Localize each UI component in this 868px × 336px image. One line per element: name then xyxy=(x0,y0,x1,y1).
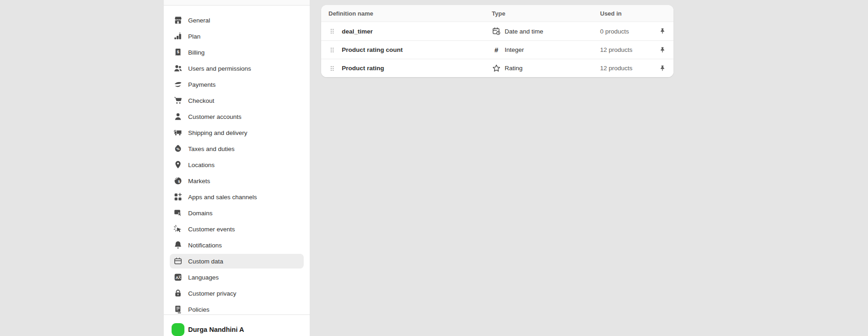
globe-dollar-icon: $ xyxy=(173,176,183,185)
svg-text:A: A xyxy=(176,275,179,280)
sidebar-item-custom-data[interactable]: Custom data xyxy=(170,254,304,269)
used-in-cell: 12 products xyxy=(600,46,666,54)
apps-grid-icon xyxy=(173,192,183,202)
sidebar-item-policies[interactable]: Policies xyxy=(170,302,304,314)
sidebar-item-label: Domains xyxy=(188,210,212,217)
sidebar-item-users-and-permissions[interactable]: Users and permissions xyxy=(170,61,304,76)
table-row-deal-timer: deal_timer Date and time 0 products xyxy=(321,22,673,40)
calendar-clock-icon xyxy=(492,27,501,36)
payments-icon xyxy=(173,80,183,89)
svg-text:%: % xyxy=(177,147,180,151)
column-header-used-in: Used in xyxy=(600,10,666,17)
settings-nav: General Plan $ Billing Users and permiss… xyxy=(164,6,310,314)
used-in-label: 12 products xyxy=(600,46,633,53)
svg-text:$: $ xyxy=(177,50,179,54)
drag-handle-icon[interactable] xyxy=(328,65,336,72)
sidebar-item-label: Users and permissions xyxy=(188,65,251,72)
star-icon xyxy=(492,64,501,73)
definition-name-link[interactable]: Product rating count xyxy=(342,46,403,53)
column-header-type: Type xyxy=(492,10,600,17)
person-icon xyxy=(173,112,183,121)
table-row-product-rating: Product rating Rating 12 products xyxy=(321,59,673,77)
sidebar-item-label: Apps and sales channels xyxy=(188,194,257,201)
bell-icon xyxy=(173,241,183,250)
type-cell: # Integer xyxy=(492,45,600,55)
sidebar-item-label: Policies xyxy=(188,306,210,313)
sidebar-item-label: Locations xyxy=(188,162,215,168)
sidebar-item-payments[interactable]: Payments xyxy=(170,77,304,92)
type-label: Integer xyxy=(505,46,524,53)
sidebar-item-domains[interactable]: Domains xyxy=(170,206,304,220)
table-header-row: Definition name Type Used in xyxy=(321,5,673,22)
definition-name-link[interactable]: deal_timer xyxy=(342,28,373,35)
location-pin-icon xyxy=(173,160,183,169)
sidebar-item-checkout[interactable]: Checkout xyxy=(170,93,304,108)
pin-icon[interactable] xyxy=(659,65,666,72)
table-body: deal_timer Date and time 0 products Prod… xyxy=(321,22,673,77)
sidebar-item-billing[interactable]: $ Billing xyxy=(170,45,304,60)
sidebar-item-customer-privacy[interactable]: Customer privacy xyxy=(170,286,304,301)
domains-icon xyxy=(173,208,183,218)
used-in-cell: 0 products xyxy=(600,28,666,35)
metafield-definitions-card: Definition name Type Used in deal_timer … xyxy=(321,5,673,77)
billing-icon: $ xyxy=(173,48,183,57)
drag-handle-icon[interactable] xyxy=(328,28,336,35)
type-label: Rating xyxy=(505,65,523,72)
column-header-definition-name: Definition name xyxy=(328,10,492,17)
definition-name-cell: deal_timer xyxy=(328,28,492,35)
used-in-label: 12 products xyxy=(600,65,633,72)
lock-icon xyxy=(173,289,183,298)
definition-name-link[interactable]: Product rating xyxy=(342,65,384,72)
svg-text:$: $ xyxy=(178,179,180,184)
sidebar-item-notifications[interactable]: Notifications xyxy=(170,238,304,252)
sidebar-item-taxes-and-duties[interactable]: % Taxes and duties xyxy=(170,141,304,156)
svg-text:#: # xyxy=(495,46,499,54)
sidebar-item-label: Markets xyxy=(188,178,210,185)
sidebar-item-languages[interactable]: A Languages xyxy=(170,270,304,285)
sidebar-item-label: Custom data xyxy=(188,258,223,265)
sidebar-item-label: Taxes and duties xyxy=(188,146,234,152)
store-account-item[interactable]: Durga Nandhini A xyxy=(170,323,304,336)
hash-icon: # xyxy=(492,45,501,55)
sidebar-item-customer-events[interactable]: Customer events xyxy=(170,222,304,236)
sidebar-item-locations[interactable]: Locations xyxy=(170,157,304,172)
store-icon xyxy=(173,16,183,25)
type-cell: Rating xyxy=(492,64,600,73)
cursor-click-icon xyxy=(173,224,183,234)
sidebar-item-label: Languages xyxy=(188,274,219,281)
drag-handle-icon[interactable] xyxy=(328,46,336,54)
store-name-label: Durga Nandhini A xyxy=(188,326,244,333)
sidebar-item-plan[interactable]: Plan xyxy=(170,29,304,44)
sidebar-item-customer-accounts[interactable]: Customer accounts xyxy=(170,109,304,124)
table-row-product-rating-count: Product rating count # Integer 12 produc… xyxy=(321,40,673,59)
sidebar-item-shipping-and-delivery[interactable]: Shipping and delivery xyxy=(170,125,304,140)
pin-icon[interactable] xyxy=(659,28,666,35)
sidebar-item-label: Checkout xyxy=(188,97,214,104)
plan-icon xyxy=(173,32,183,41)
pin-icon[interactable] xyxy=(659,46,666,54)
sidebar-item-label: Customer events xyxy=(188,226,235,233)
used-in-label: 0 products xyxy=(600,28,629,35)
type-cell: Date and time xyxy=(492,27,600,36)
sidebar-item-label: Plan xyxy=(188,33,200,40)
sidebar-item-label: General xyxy=(188,17,210,24)
settings-page: General Plan $ Billing Users and permiss… xyxy=(0,0,868,336)
sidebar-item-label: Customer accounts xyxy=(188,113,241,120)
type-label: Date and time xyxy=(505,28,543,35)
sidebar-item-apps-and-sales-channels[interactable]: Apps and sales channels xyxy=(170,190,304,204)
cart-icon xyxy=(173,96,183,105)
policies-icon xyxy=(173,305,183,314)
sidebar-item-label: Customer privacy xyxy=(188,290,236,297)
sidebar-item-general[interactable]: General xyxy=(170,13,304,28)
custom-data-icon xyxy=(173,257,183,266)
sidebar-footer: Durga Nandhini A xyxy=(164,314,310,336)
settings-sidebar: General Plan $ Billing Users and permiss… xyxy=(164,0,310,336)
sidebar-item-markets[interactable]: $ Markets xyxy=(170,174,304,188)
users-icon xyxy=(173,64,183,73)
sidebar-item-label: Notifications xyxy=(188,242,222,249)
languages-icon: A xyxy=(173,273,183,282)
definition-name-cell: Product rating count xyxy=(328,46,492,54)
definition-name-cell: Product rating xyxy=(328,65,492,72)
sidebar-item-label: Billing xyxy=(188,49,205,56)
sidebar-item-label: Payments xyxy=(188,81,216,88)
